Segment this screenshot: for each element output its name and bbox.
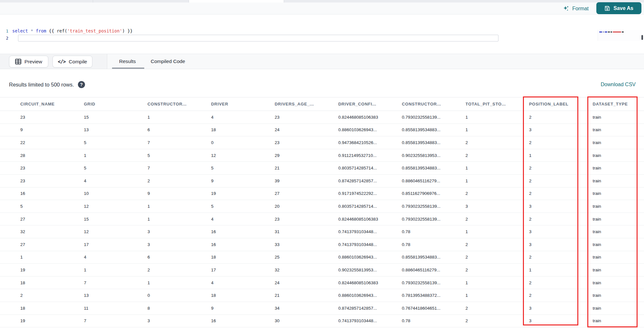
table-cell: train (593, 178, 644, 183)
table-cell: 1 (84, 153, 148, 158)
table-cell: 2 (147, 268, 211, 272)
results-limit-text: Results limited to 500 rows. (9, 82, 74, 88)
column-header[interactable]: DRIVERS_AGE_... (275, 102, 338, 106)
table-cell: 11 (84, 306, 148, 311)
compile-button[interactable]: </> Compile (52, 56, 92, 68)
table-cell: 6 (147, 255, 211, 260)
tab-separator (93, 0, 93, 3)
table-cell: 2 (529, 280, 593, 285)
code-token: * (31, 28, 36, 33)
tab-separator (189, 0, 189, 3)
save-as-button[interactable]: Save As (596, 2, 641, 14)
code-line-1[interactable]: select * from {{ ref('train_test_positio… (12, 28, 133, 33)
table-cell: 32 (20, 229, 84, 234)
table-cell: 19 (20, 268, 84, 272)
editor-scrollbar[interactable] (641, 35, 643, 40)
preview-label: Preview (24, 59, 42, 65)
table-cell: 2 (529, 191, 593, 196)
table-cell: 5 (84, 140, 148, 145)
table-cell: 18 (211, 293, 275, 298)
table-cell: 4 (211, 217, 275, 222)
table-cell: 2 (529, 255, 593, 260)
table-row: 1610919270.9171974522292...0.85116279069… (0, 187, 644, 200)
table-cell: 3 (147, 242, 211, 247)
table-cell: train (593, 166, 644, 170)
sql-editor[interactable]: 1 select * from {{ ref('train_test_posit… (0, 14, 644, 54)
format-button[interactable]: Format (563, 4, 589, 14)
compile-label: Compile (69, 59, 87, 65)
table-cell: 39 (275, 178, 338, 183)
table-row: 213018210.8860103626943...0.781395348837… (0, 289, 644, 302)
table-cell: 7 (147, 166, 211, 170)
tab-results[interactable]: Results (119, 54, 136, 69)
table-cell: 4 (211, 115, 275, 120)
table-cell: 6 (147, 127, 211, 132)
column-header[interactable]: TOTAL_PIT_STO... (466, 102, 529, 106)
table-cell: 0.7413793103448... (338, 242, 402, 247)
table-cell: 1 (147, 217, 211, 222)
editor-minimap[interactable] (598, 30, 642, 41)
table-cell: 2 (529, 140, 593, 145)
column-header[interactable]: DATASET_TYPE (593, 102, 644, 106)
table-cell: 0.8860103626943... (338, 255, 402, 260)
table-cell: 21 (275, 293, 338, 298)
table-cell: 3 (529, 242, 593, 247)
table-cell: 1 (147, 204, 211, 209)
table-cell: train (593, 242, 644, 247)
save-as-label: Save As (613, 5, 633, 11)
column-header[interactable]: CONSTRUCTOR... (402, 102, 466, 106)
table-cell: train (593, 293, 644, 298)
table-cell: 1 (529, 268, 593, 272)
table-cell: 30 (275, 318, 338, 323)
column-header[interactable]: GRID (84, 102, 148, 106)
table-cell: 28 (20, 153, 84, 158)
table-cell: 17 (211, 268, 275, 272)
table-cell: 2 (529, 166, 593, 170)
table-cell: 3 (529, 229, 593, 234)
table-cell: 8 (147, 306, 211, 311)
table-cell: 0.9473684210526... (338, 140, 402, 145)
table-cell: 29 (275, 153, 338, 158)
line-number-2: 2 (0, 36, 12, 41)
table-cell: 0.8860465116279... (402, 268, 466, 272)
table-cell: 2 (466, 268, 529, 272)
results-info-bar: Results limited to 500 rows. ? Download … (0, 69, 644, 97)
table-row: 181189340.8742857142857...0.767441860465… (0, 302, 644, 315)
column-header[interactable]: POSITION_LABEL (529, 102, 593, 106)
table-cell: 0 (147, 293, 211, 298)
column-header[interactable]: DRIVER_CONFI... (338, 102, 402, 106)
column-header[interactable]: CIRCUIT_NAME (20, 102, 84, 106)
table-cell: 1 (466, 229, 529, 234)
table-cell: 0.8558139534883... (402, 166, 466, 170)
table-cell: 3 (147, 229, 211, 234)
download-csv-link[interactable]: Download CSV (601, 82, 636, 87)
table-cell: 33 (275, 242, 338, 247)
table-cell: 0.8558139534883... (402, 127, 466, 132)
tab-compiled-code[interactable]: Compiled Code (151, 54, 185, 69)
code-token: from (36, 28, 49, 33)
table-cell: 1 (466, 178, 529, 183)
table-cell: 22 (20, 140, 84, 145)
results-table: CIRCUIT_NAMEGRIDCONSTRUCTOR...DRIVERDRIV… (0, 97, 644, 327)
table-row: 191217320.9023255813953...0.886046511627… (0, 264, 644, 277)
column-header[interactable]: DRIVER (211, 102, 275, 106)
table-cell: train (593, 217, 644, 222)
table-cell: 27 (20, 242, 84, 247)
table-cell: 7 (84, 280, 148, 285)
help-icon[interactable]: ? (78, 81, 85, 88)
table-cell: 0.824468085106383 (338, 217, 402, 222)
code-token: 'train_test_position' (67, 28, 122, 33)
table-cell: 32 (275, 268, 338, 272)
active-file-tab[interactable] (189, 0, 284, 3)
preview-button[interactable]: Preview (9, 56, 48, 68)
table-cell: 0.9112149532710... (338, 153, 402, 158)
table-row: 231514230.8244680851063830.7930232558139… (0, 111, 644, 124)
code-token: ) (122, 28, 127, 33)
table-cell: 18 (20, 306, 84, 311)
table-cell: 1 (84, 268, 148, 272)
tab-separator (284, 0, 284, 3)
table-cell: 9 (20, 127, 84, 132)
column-header[interactable]: CONSTRUCTOR... (147, 102, 211, 106)
table-cell: 23 (275, 115, 338, 120)
table-cell: 0.78 (402, 229, 466, 234)
